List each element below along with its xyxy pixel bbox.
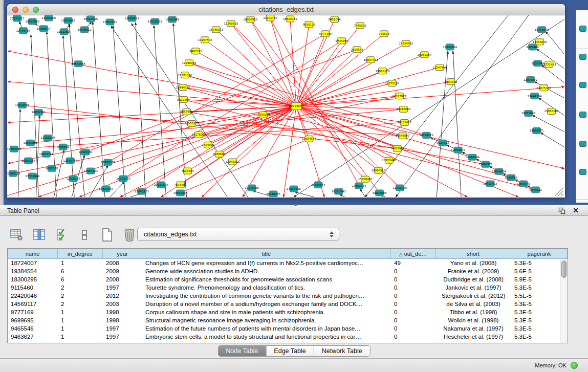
graph-edge[interactable] [181, 139, 309, 193]
graph-node[interactable]: 15384554 [311, 182, 325, 188]
table-cell[interactable]: 22420046 [8, 292, 58, 300]
graph-edge[interactable] [541, 133, 564, 147]
graph-node[interactable]: 15850495 [358, 176, 373, 182]
graph-node[interactable]: 11011507 [57, 29, 71, 35]
graph-node[interactable]: 7634507 [174, 182, 187, 188]
table-row[interactable]: 946554611997Estimation of the future num… [8, 324, 568, 333]
table-cell[interactable]: 1 [58, 324, 103, 333]
graph-edge[interactable] [546, 32, 564, 54]
scrollbar-thumb[interactable] [561, 260, 567, 278]
graph-node[interactable] [579, 112, 586, 118]
graph-node[interactable]: 8812304 [177, 97, 190, 103]
graph-node[interactable]: 15958167 [545, 108, 559, 114]
table-cell[interactable]: 18724007 [8, 259, 58, 267]
graph-edge[interactable] [38, 112, 402, 136]
table-cell[interactable]: Hescheler et al. (1997) [435, 333, 511, 341]
graph-edge[interactable] [205, 40, 296, 106]
table-cell[interactable]: Wolkin et al. (1998) [435, 316, 511, 324]
table-cell[interactable]: 0 [391, 292, 435, 300]
table-cell[interactable]: Stergiakouli et al. (2012) [435, 292, 511, 300]
graph-node[interactable]: 12444194 [465, 154, 480, 160]
graph-node[interactable]: 15751074 [535, 27, 549, 33]
table-cell[interactable]: 2 [58, 300, 103, 308]
table-cell[interactable]: 0 [391, 333, 435, 341]
float-window-icon[interactable] [558, 207, 565, 214]
graph-node[interactable]: 20552013 [10, 15, 25, 21]
table-cell[interactable]: 2 [58, 292, 103, 300]
graph-edge[interactable] [30, 109, 403, 143]
graph-node[interactable]: 16046271 [209, 27, 223, 33]
graph-edge[interactable] [290, 19, 296, 106]
graph-edge[interactable] [63, 36, 74, 197]
graph-edge[interactable] [136, 23, 146, 197]
graph-edge[interactable] [8, 51, 296, 106]
graph-edge[interactable] [296, 41, 342, 106]
graph-node[interactable]: 12260818 [224, 20, 238, 27]
graph-node[interactable]: 11675343 [516, 181, 531, 187]
table-cell[interactable]: 5.9E-5 [511, 275, 568, 283]
graph-edge[interactable] [296, 25, 309, 106]
network-canvas[interactable]: 1604627110197533949531212940098113810961… [7, 15, 565, 197]
column-header-out_de[interactable]: △out_de… [391, 249, 435, 258]
table-cell[interactable]: 2008 [103, 275, 142, 283]
tab-node-table[interactable]: Node Table [218, 346, 266, 356]
graph-edge[interactable] [340, 194, 345, 197]
graph-node[interactable]: 16648784 [443, 44, 457, 50]
graph-node[interactable]: 11381096 [178, 72, 192, 78]
graph-edge[interactable] [113, 26, 125, 197]
graph-node[interactable]: 19565511 [77, 27, 92, 33]
table-row[interactable]: 2242004622012Investigating the contribut… [8, 292, 568, 300]
row-height-icon[interactable] [77, 227, 92, 243]
graph-edge[interactable] [542, 65, 564, 83]
table-cell[interactable]: 0 [391, 316, 435, 324]
graph-node[interactable]: 9097588 [46, 165, 58, 171]
table-cell[interactable]: 2008 [103, 259, 142, 267]
graph-node[interactable]: 18301046 [165, 16, 180, 23]
graph-node[interactable]: 17507270 [103, 19, 117, 25]
graph-node[interactable]: 12940055 [393, 185, 407, 191]
graph-edge[interactable] [270, 18, 296, 106]
graph-node[interactable]: 16046315 [266, 191, 280, 197]
graph-node[interactable]: 15692971 [530, 127, 544, 134]
graph-node[interactable]: 17957223 [83, 168, 98, 174]
graph-node[interactable] [579, 169, 586, 175]
background-window[interactable] [576, 10, 588, 203]
close-icon[interactable]: ✕ [573, 206, 579, 214]
graph-node[interactable]: 15692971 [478, 161, 493, 167]
graph-node[interactable]: 16101627 [397, 119, 411, 125]
graph-node[interactable]: 3624554 [351, 47, 363, 53]
graph-node[interactable]: 12923448 [99, 186, 113, 192]
table-cell[interactable]: Investigating the contribution of common… [142, 292, 391, 300]
graph-node[interactable]: 20050301 [31, 109, 46, 115]
graph-node[interactable] [579, 54, 586, 60]
table-row[interactable]: 1938455462009Genome-wide association stu… [8, 267, 568, 275]
graph-node[interactable]: 9451096 [329, 16, 341, 23]
graph-node[interactable]: 16626152 [283, 16, 297, 22]
table-cell[interactable]: 0 [391, 308, 435, 316]
table-cell[interactable]: 1 [58, 308, 103, 316]
table-cell[interactable]: Nakamura et al. (1997) [435, 324, 511, 333]
graph-edge[interactable] [231, 24, 400, 188]
table-cell[interactable]: Estimation of significance thresholds fo… [142, 275, 391, 283]
table-cell[interactable]: Tibbo et al. (1998) [435, 308, 511, 316]
table-settings-icon[interactable] [9, 227, 25, 243]
graph-node[interactable]: 19852204 [352, 183, 366, 189]
table-cell[interactable]: 9115460 [8, 283, 58, 292]
graph-node[interactable] [579, 141, 586, 147]
tab-edge-table[interactable]: Edge Table [266, 346, 313, 356]
table-cell[interactable]: 9465546 [8, 324, 58, 333]
graph-edge[interactable] [296, 34, 325, 106]
graph-node[interactable]: 15905155 [21, 158, 35, 164]
graph-node[interactable]: 9558129 [303, 21, 316, 28]
graph-node[interactable]: 10807484 [364, 57, 378, 63]
graph-edge[interactable] [231, 24, 296, 106]
table-cell[interactable]: 49 [391, 259, 435, 267]
graph-node[interactable]: 18350861 [23, 140, 37, 146]
table-cell[interactable]: 5.3E-5 [511, 300, 568, 308]
table-cell[interactable]: Dudbridge et al. (2008) [435, 275, 511, 283]
graph-edge[interactable] [296, 50, 357, 106]
graph-edge[interactable] [437, 51, 448, 197]
table-cell[interactable]: Franke et al. (2009) [435, 267, 511, 275]
graph-node[interactable]: 7624504 [181, 168, 194, 174]
graph-edge[interactable] [360, 189, 365, 197]
